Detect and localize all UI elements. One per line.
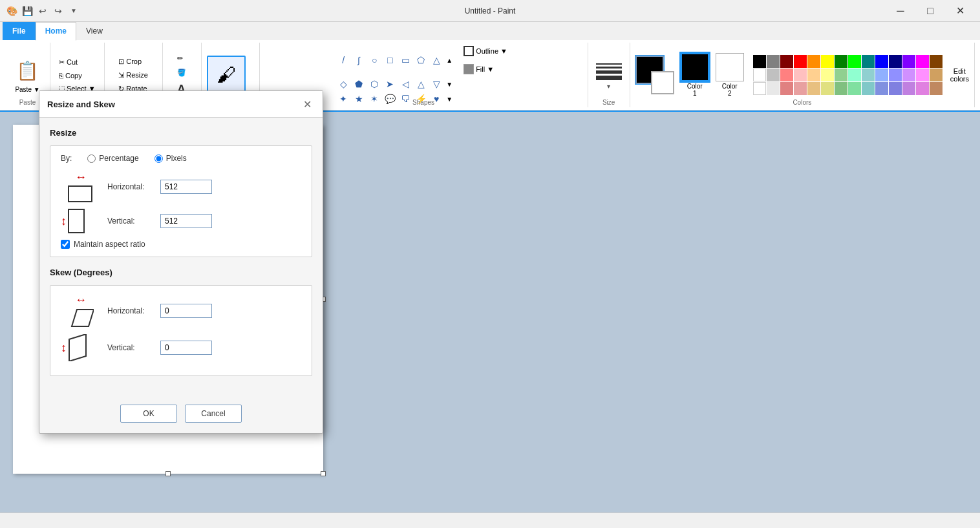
shape-diamond[interactable]: ◇ xyxy=(336,77,350,91)
canvas-resize-handle-se[interactable] xyxy=(321,471,326,476)
palette-color-maroon[interactable] xyxy=(780,55,793,68)
skew-vertical-input[interactable] xyxy=(160,341,212,355)
palette-color-lightmagenta[interactable] xyxy=(916,69,929,81)
resize-button[interactable]: ⇲ Resize xyxy=(115,69,151,81)
percentage-radio[interactable] xyxy=(87,154,96,163)
pixels-option[interactable]: Pixels xyxy=(154,154,187,163)
color2-big-swatch[interactable] xyxy=(716,53,744,81)
tab-home[interactable]: Home xyxy=(36,22,76,41)
shape-arrow-r[interactable]: ➤ xyxy=(383,77,397,91)
crop-button[interactable]: ⊡ Crop xyxy=(115,56,151,68)
shape-curve[interactable]: ∫ xyxy=(352,53,366,67)
paste-button[interactable]: 📋 xyxy=(10,57,45,85)
edit-colors-button[interactable]: Editcolors xyxy=(950,67,969,83)
palette-color-gray[interactable] xyxy=(767,55,780,68)
resize-skew-dialog[interactable]: Resize and Skew ✕ Resize By: Percentage … xyxy=(39,90,323,434)
palette-color-silver[interactable] xyxy=(767,69,780,81)
quick-access-toolbar[interactable]: 🎨 💾 ↩ ↪ ▼ xyxy=(5,5,80,17)
redo-button[interactable]: ↪ xyxy=(52,5,65,17)
brushes-button[interactable]: 🖌 xyxy=(207,56,246,94)
palette-color-periwinkle[interactable] xyxy=(889,69,902,81)
paste-label[interactable]: Paste ▼ xyxy=(15,86,39,93)
cut-button[interactable]: ✂ Cut xyxy=(56,56,99,69)
color2-swatch[interactable] xyxy=(651,71,674,94)
shape-star5[interactable]: ★ xyxy=(352,92,366,106)
shapes-scroll-up[interactable]: ▲ xyxy=(445,56,454,65)
fill-button[interactable]: Fill ▼ xyxy=(460,62,511,76)
shape-triangle[interactable]: △ xyxy=(429,53,443,67)
shape-pentagon[interactable]: ⬟ xyxy=(352,77,366,91)
shape-balloon-rect[interactable]: 🗨 xyxy=(398,92,412,106)
close-button[interactable]: ✕ xyxy=(945,0,975,22)
pixels-label: Pixels xyxy=(166,154,187,163)
palette-color-green[interactable] xyxy=(835,55,847,68)
shape-arrow-u[interactable]: △ xyxy=(414,77,428,91)
palette-color-blue[interactable] xyxy=(875,55,888,68)
size-button[interactable]: ▾ xyxy=(593,61,624,90)
shape-hexagon[interactable]: ⬡ xyxy=(367,77,381,91)
palette-color-lavender[interactable] xyxy=(902,69,915,81)
ok-button[interactable]: OK xyxy=(120,405,177,423)
palette-color-black[interactable] xyxy=(753,55,766,68)
palette-color-teal[interactable] xyxy=(862,55,875,68)
percentage-option[interactable]: Percentage xyxy=(87,154,138,163)
palette-color-peach[interactable] xyxy=(807,69,820,81)
shape-star4[interactable]: ✦ xyxy=(336,92,350,106)
shape-star6[interactable]: ✶ xyxy=(367,92,381,106)
shape-roundrect[interactable]: ▭ xyxy=(398,53,412,67)
minimize-button[interactable]: ─ xyxy=(886,0,915,22)
palette-color-red[interactable] xyxy=(794,55,807,68)
save-button[interactable]: 💾 xyxy=(21,5,34,17)
palette-color-lightblue[interactable] xyxy=(875,69,888,81)
color1-big-swatch[interactable] xyxy=(681,53,709,81)
pencil-button[interactable]: ✏ xyxy=(174,52,189,65)
shape-poly[interactable]: ⬠ xyxy=(414,53,428,67)
palette-color-lightyellow[interactable] xyxy=(821,69,834,81)
palette-color-lightgreen[interactable] xyxy=(835,69,847,81)
shape-balloon-round[interactable]: 💬 xyxy=(383,92,397,106)
palette-color-white[interactable] xyxy=(753,69,766,81)
palette-color-lightpink[interactable] xyxy=(794,69,807,81)
horizontal-input[interactable] xyxy=(160,180,212,194)
color1-group[interactable]: Color1 xyxy=(681,53,709,97)
shape-ellipse[interactable]: ○ xyxy=(367,53,381,67)
palette-color-tan[interactable] xyxy=(930,69,943,81)
maintain-aspect-label[interactable]: Maintain aspect ratio xyxy=(74,240,145,249)
palette-color-brown[interactable] xyxy=(930,55,943,68)
shape-arrow-d[interactable]: ▽ xyxy=(429,77,443,91)
vertical-input[interactable] xyxy=(160,214,212,228)
window-controls[interactable]: ─ □ ✕ xyxy=(886,0,975,22)
canvas-resize-handle-s[interactable] xyxy=(165,471,171,476)
maintain-aspect-checkbox[interactable] xyxy=(61,240,70,249)
palette-color-lightred[interactable] xyxy=(780,69,793,81)
shape-rect[interactable]: □ xyxy=(383,53,397,67)
palette-color-orange[interactable] xyxy=(807,55,820,68)
size-line-4 xyxy=(596,76,622,80)
undo-button[interactable]: ↩ xyxy=(36,5,49,17)
color2-group[interactable]: Color2 xyxy=(716,53,744,97)
shapes-more[interactable]: ▼ xyxy=(445,94,454,104)
copy-button[interactable]: ⎘ Copy xyxy=(56,70,99,81)
vertical-arrow-icon: ↕ xyxy=(61,215,67,228)
dialog-close-button[interactable]: ✕ xyxy=(299,96,315,112)
qat-dropdown[interactable]: ▼ xyxy=(67,5,80,17)
shape-line[interactable]: / xyxy=(336,53,350,67)
maximize-button[interactable]: □ xyxy=(915,0,945,22)
palette-color-navy[interactable] xyxy=(889,55,902,68)
shapes-scroll-down[interactable]: ▼ xyxy=(445,79,454,89)
outline-button[interactable]: Outline ▼ xyxy=(460,44,511,58)
palette-color-lightcyan[interactable] xyxy=(862,69,875,81)
pixels-radio[interactable] xyxy=(154,154,163,163)
fill-tool-button[interactable]: 🪣 xyxy=(174,67,189,79)
tab-view[interactable]: View xyxy=(76,22,112,40)
tab-file[interactable]: File xyxy=(3,22,36,40)
cancel-button[interactable]: Cancel xyxy=(185,405,242,423)
shape-arrow-l[interactable]: ◁ xyxy=(398,77,412,91)
vertical-box-icon xyxy=(68,209,85,233)
palette-color-lime[interactable] xyxy=(848,55,861,68)
palette-color-purple[interactable] xyxy=(902,55,915,68)
skew-horizontal-input[interactable] xyxy=(160,304,212,318)
palette-color-yellow[interactable] xyxy=(821,55,834,68)
palette-color-magenta[interactable] xyxy=(916,55,929,68)
palette-color-mint[interactable] xyxy=(848,69,861,81)
